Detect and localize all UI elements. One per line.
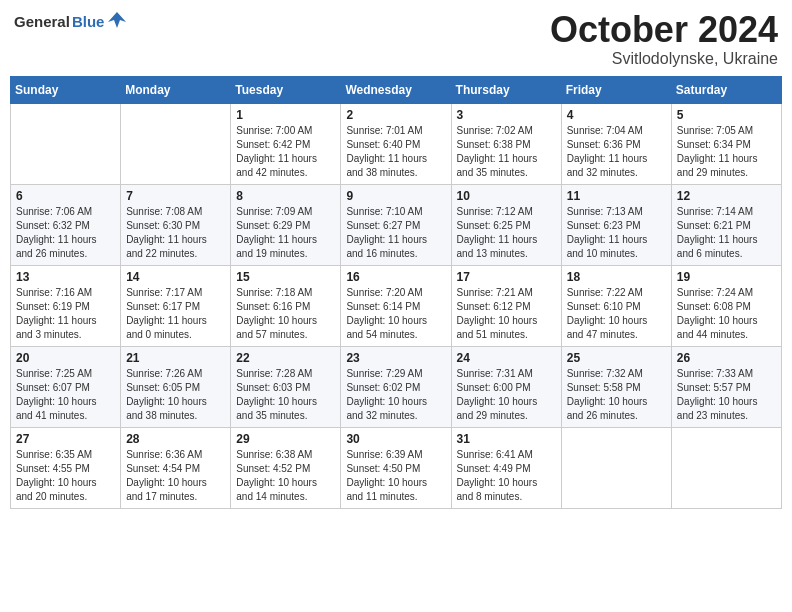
day-info: Sunrise: 7:13 AM Sunset: 6:23 PM Dayligh…	[567, 205, 666, 261]
day-info: Sunrise: 7:10 AM Sunset: 6:27 PM Dayligh…	[346, 205, 445, 261]
day-number: 13	[16, 270, 115, 284]
day-info: Sunrise: 6:38 AM Sunset: 4:52 PM Dayligh…	[236, 448, 335, 504]
calendar-cell: 10Sunrise: 7:12 AM Sunset: 6:25 PM Dayli…	[451, 184, 561, 265]
day-info: Sunrise: 7:33 AM Sunset: 5:57 PM Dayligh…	[677, 367, 776, 423]
calendar-week-row: 27Sunrise: 6:35 AM Sunset: 4:55 PM Dayli…	[11, 427, 782, 508]
calendar-cell: 27Sunrise: 6:35 AM Sunset: 4:55 PM Dayli…	[11, 427, 121, 508]
day-number: 23	[346, 351, 445, 365]
calendar-week-row: 20Sunrise: 7:25 AM Sunset: 6:07 PM Dayli…	[11, 346, 782, 427]
calendar-cell: 5Sunrise: 7:05 AM Sunset: 6:34 PM Daylig…	[671, 103, 781, 184]
day-number: 26	[677, 351, 776, 365]
calendar-cell: 25Sunrise: 7:32 AM Sunset: 5:58 PM Dayli…	[561, 346, 671, 427]
day-info: Sunrise: 7:06 AM Sunset: 6:32 PM Dayligh…	[16, 205, 115, 261]
calendar-cell	[11, 103, 121, 184]
calendar-cell	[561, 427, 671, 508]
day-info: Sunrise: 7:12 AM Sunset: 6:25 PM Dayligh…	[457, 205, 556, 261]
logo-bird-icon	[106, 10, 128, 32]
day-number: 27	[16, 432, 115, 446]
calendar-cell: 20Sunrise: 7:25 AM Sunset: 6:07 PM Dayli…	[11, 346, 121, 427]
day-number: 8	[236, 189, 335, 203]
day-number: 31	[457, 432, 556, 446]
calendar-cell: 7Sunrise: 7:08 AM Sunset: 6:30 PM Daylig…	[121, 184, 231, 265]
day-of-week-header: Wednesday	[341, 76, 451, 103]
calendar-week-row: 13Sunrise: 7:16 AM Sunset: 6:19 PM Dayli…	[11, 265, 782, 346]
day-info: Sunrise: 7:17 AM Sunset: 6:17 PM Dayligh…	[126, 286, 225, 342]
calendar-cell: 14Sunrise: 7:17 AM Sunset: 6:17 PM Dayli…	[121, 265, 231, 346]
day-info: Sunrise: 7:21 AM Sunset: 6:12 PM Dayligh…	[457, 286, 556, 342]
calendar-cell: 28Sunrise: 6:36 AM Sunset: 4:54 PM Dayli…	[121, 427, 231, 508]
calendar-cell: 21Sunrise: 7:26 AM Sunset: 6:05 PM Dayli…	[121, 346, 231, 427]
calendar-week-row: 1Sunrise: 7:00 AM Sunset: 6:42 PM Daylig…	[11, 103, 782, 184]
day-number: 10	[457, 189, 556, 203]
day-number: 17	[457, 270, 556, 284]
calendar-cell: 30Sunrise: 6:39 AM Sunset: 4:50 PM Dayli…	[341, 427, 451, 508]
day-number: 15	[236, 270, 335, 284]
day-number: 11	[567, 189, 666, 203]
day-info: Sunrise: 7:01 AM Sunset: 6:40 PM Dayligh…	[346, 124, 445, 180]
calendar-cell: 1Sunrise: 7:00 AM Sunset: 6:42 PM Daylig…	[231, 103, 341, 184]
day-of-week-header: Monday	[121, 76, 231, 103]
calendar-cell: 9Sunrise: 7:10 AM Sunset: 6:27 PM Daylig…	[341, 184, 451, 265]
day-number: 18	[567, 270, 666, 284]
calendar-cell: 11Sunrise: 7:13 AM Sunset: 6:23 PM Dayli…	[561, 184, 671, 265]
calendar-cell	[671, 427, 781, 508]
day-number: 1	[236, 108, 335, 122]
calendar-cell	[121, 103, 231, 184]
day-number: 19	[677, 270, 776, 284]
calendar-body: 1Sunrise: 7:00 AM Sunset: 6:42 PM Daylig…	[11, 103, 782, 508]
day-info: Sunrise: 7:02 AM Sunset: 6:38 PM Dayligh…	[457, 124, 556, 180]
day-number: 29	[236, 432, 335, 446]
calendar-cell: 17Sunrise: 7:21 AM Sunset: 6:12 PM Dayli…	[451, 265, 561, 346]
calendar-cell: 4Sunrise: 7:04 AM Sunset: 6:36 PM Daylig…	[561, 103, 671, 184]
day-number: 4	[567, 108, 666, 122]
subtitle: Svitlodolynske, Ukraine	[550, 50, 778, 68]
calendar-cell: 19Sunrise: 7:24 AM Sunset: 6:08 PM Dayli…	[671, 265, 781, 346]
day-info: Sunrise: 7:29 AM Sunset: 6:02 PM Dayligh…	[346, 367, 445, 423]
logo-icon: General Blue	[14, 10, 128, 32]
day-info: Sunrise: 7:32 AM Sunset: 5:58 PM Dayligh…	[567, 367, 666, 423]
day-info: Sunrise: 7:09 AM Sunset: 6:29 PM Dayligh…	[236, 205, 335, 261]
day-info: Sunrise: 7:14 AM Sunset: 6:21 PM Dayligh…	[677, 205, 776, 261]
calendar-cell: 22Sunrise: 7:28 AM Sunset: 6:03 PM Dayli…	[231, 346, 341, 427]
calendar-cell: 12Sunrise: 7:14 AM Sunset: 6:21 PM Dayli…	[671, 184, 781, 265]
day-of-week-header: Tuesday	[231, 76, 341, 103]
day-info: Sunrise: 6:39 AM Sunset: 4:50 PM Dayligh…	[346, 448, 445, 504]
day-of-week-header: Saturday	[671, 76, 781, 103]
day-number: 7	[126, 189, 225, 203]
day-info: Sunrise: 7:04 AM Sunset: 6:36 PM Dayligh…	[567, 124, 666, 180]
day-info: Sunrise: 7:24 AM Sunset: 6:08 PM Dayligh…	[677, 286, 776, 342]
day-number: 21	[126, 351, 225, 365]
day-info: Sunrise: 7:28 AM Sunset: 6:03 PM Dayligh…	[236, 367, 335, 423]
calendar-cell: 13Sunrise: 7:16 AM Sunset: 6:19 PM Dayli…	[11, 265, 121, 346]
calendar-cell: 24Sunrise: 7:31 AM Sunset: 6:00 PM Dayli…	[451, 346, 561, 427]
calendar-cell: 18Sunrise: 7:22 AM Sunset: 6:10 PM Dayli…	[561, 265, 671, 346]
day-number: 24	[457, 351, 556, 365]
calendar-cell: 31Sunrise: 6:41 AM Sunset: 4:49 PM Dayli…	[451, 427, 561, 508]
svg-marker-0	[108, 12, 126, 28]
day-info: Sunrise: 6:41 AM Sunset: 4:49 PM Dayligh…	[457, 448, 556, 504]
day-number: 16	[346, 270, 445, 284]
calendar-cell: 8Sunrise: 7:09 AM Sunset: 6:29 PM Daylig…	[231, 184, 341, 265]
header: General Blue October 2024 Svitlodolynske…	[10, 10, 782, 68]
day-info: Sunrise: 7:00 AM Sunset: 6:42 PM Dayligh…	[236, 124, 335, 180]
calendar-cell: 15Sunrise: 7:18 AM Sunset: 6:16 PM Dayli…	[231, 265, 341, 346]
logo: General Blue	[14, 10, 128, 32]
day-info: Sunrise: 7:26 AM Sunset: 6:05 PM Dayligh…	[126, 367, 225, 423]
day-number: 30	[346, 432, 445, 446]
day-info: Sunrise: 6:35 AM Sunset: 4:55 PM Dayligh…	[16, 448, 115, 504]
day-number: 12	[677, 189, 776, 203]
calendar-cell: 29Sunrise: 6:38 AM Sunset: 4:52 PM Dayli…	[231, 427, 341, 508]
day-info: Sunrise: 7:20 AM Sunset: 6:14 PM Dayligh…	[346, 286, 445, 342]
calendar-cell: 16Sunrise: 7:20 AM Sunset: 6:14 PM Dayli…	[341, 265, 451, 346]
title-area: October 2024 Svitlodolynske, Ukraine	[550, 10, 778, 68]
day-info: Sunrise: 7:25 AM Sunset: 6:07 PM Dayligh…	[16, 367, 115, 423]
day-info: Sunrise: 7:08 AM Sunset: 6:30 PM Dayligh…	[126, 205, 225, 261]
days-of-week-row: SundayMondayTuesdayWednesdayThursdayFrid…	[11, 76, 782, 103]
calendar-cell: 2Sunrise: 7:01 AM Sunset: 6:40 PM Daylig…	[341, 103, 451, 184]
day-number: 22	[236, 351, 335, 365]
calendar-cell: 23Sunrise: 7:29 AM Sunset: 6:02 PM Dayli…	[341, 346, 451, 427]
day-info: Sunrise: 7:18 AM Sunset: 6:16 PM Dayligh…	[236, 286, 335, 342]
day-number: 5	[677, 108, 776, 122]
calendar-cell: 26Sunrise: 7:33 AM Sunset: 5:57 PM Dayli…	[671, 346, 781, 427]
day-of-week-header: Thursday	[451, 76, 561, 103]
